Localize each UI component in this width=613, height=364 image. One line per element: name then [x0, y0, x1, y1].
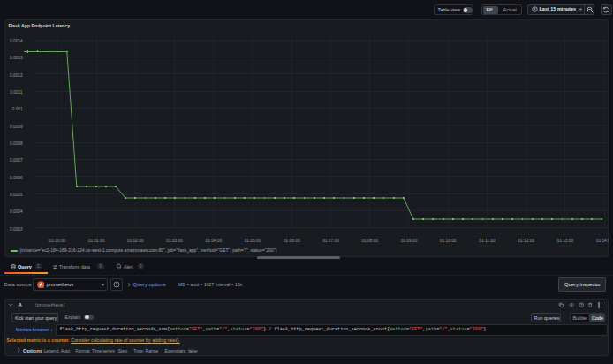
svg-text:01:10:00: 01:10:00	[440, 239, 457, 243]
svg-text:0.0004: 0.0004	[10, 209, 23, 214]
svg-text:01:07:00: 01:07:00	[322, 239, 339, 243]
svg-text:01:00:00: 01:00:00	[49, 239, 66, 243]
svg-text:0.0009: 0.0009	[10, 125, 23, 129]
svg-text:0.0005: 0.0005	[10, 193, 23, 197]
svg-text:01:09:00: 01:09:00	[401, 239, 418, 243]
svg-text:01:14:00: 01:14:00	[596, 239, 609, 243]
svg-text:01:08:00: 01:08:00	[361, 239, 378, 243]
svg-text:01:01:00: 01:01:00	[88, 239, 105, 243]
svg-text:0.0003: 0.0003	[10, 227, 23, 231]
svg-text:0.0011: 0.0011	[10, 90, 23, 95]
svg-text:01:02:00: 01:02:00	[127, 239, 144, 243]
svg-text:0.001: 0.001	[12, 107, 23, 111]
svg-text:0.0014: 0.0014	[10, 39, 23, 43]
svg-text:0.0012: 0.0012	[10, 73, 23, 78]
svg-text:01:11:00: 01:11:00	[479, 239, 496, 243]
svg-text:0.0013: 0.0013	[10, 56, 23, 60]
svg-text:0.0007: 0.0007	[10, 158, 23, 163]
svg-text:01:06:00: 01:06:00	[284, 239, 300, 243]
svg-text:01:05:00: 01:05:00	[245, 239, 261, 243]
svg-text:01:12:00: 01:12:00	[518, 239, 534, 243]
svg-text:01:04:00: 01:04:00	[205, 239, 222, 243]
svg-text:01:03:00: 01:03:00	[166, 239, 183, 243]
svg-text:01:13:00: 01:13:00	[557, 239, 574, 243]
svg-text:0.0006: 0.0006	[10, 176, 23, 180]
svg-text:0.0008: 0.0008	[10, 141, 23, 146]
